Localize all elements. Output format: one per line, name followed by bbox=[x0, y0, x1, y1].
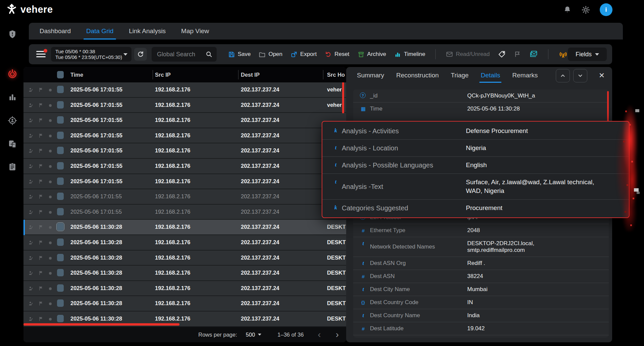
menu-hamburger-icon[interactable] bbox=[36, 51, 46, 58]
status-dot-icon[interactable] bbox=[49, 181, 52, 183]
table-row[interactable]: 2025-05-06 17:01:55 192.168.2.176 202.13… bbox=[23, 174, 346, 190]
settings-gear-icon[interactable] bbox=[581, 5, 590, 14]
table-row[interactable]: 2025-05-06 11:30:28 192.168.2.176 202.13… bbox=[23, 220, 346, 235]
sidebar-item-user-target[interactable] bbox=[0, 113, 24, 128]
assign-user-icon[interactable] bbox=[28, 118, 34, 123]
refresh-button[interactable] bbox=[134, 48, 147, 61]
flag-icon[interactable] bbox=[38, 194, 44, 199]
search-icon[interactable] bbox=[205, 51, 213, 58]
date-range-picker[interactable]: Tue 05/06 * 00:38 Tue 05/06 * 23:59(UTC+… bbox=[51, 47, 131, 62]
status-dot-icon[interactable] bbox=[49, 89, 52, 91]
horizontal-scrollbar[interactable] bbox=[23, 323, 179, 326]
status-dot-icon[interactable] bbox=[49, 104, 52, 107]
status-dot-icon[interactable] bbox=[49, 211, 52, 214]
status-dot-icon[interactable] bbox=[49, 241, 52, 244]
flag-icon[interactable] bbox=[38, 301, 44, 306]
column-header-src-host[interactable]: Src Ho bbox=[327, 67, 345, 82]
status-dot-icon[interactable] bbox=[49, 150, 52, 152]
status-dot-icon[interactable] bbox=[49, 196, 52, 198]
timeline-button[interactable]: Timeline bbox=[394, 51, 425, 58]
status-dot-icon[interactable] bbox=[49, 135, 52, 137]
assign-user-icon[interactable] bbox=[28, 316, 34, 322]
sidebar-item-statistics[interactable] bbox=[0, 89, 24, 105]
table-row[interactable]: 2025-05-06 17:01:55 192.168.2.176 202.13… bbox=[23, 159, 346, 174]
user-avatar[interactable]: i bbox=[600, 3, 612, 16]
sidebar-item-shield-alert[interactable] bbox=[0, 27, 24, 42]
nav-tab[interactable]: Map View bbox=[181, 23, 209, 40]
assign-user-icon[interactable] bbox=[28, 179, 34, 185]
previous-record-button[interactable] bbox=[556, 69, 570, 82]
nav-tab[interactable]: Dashboard bbox=[40, 23, 71, 40]
flag-icon[interactable] bbox=[38, 148, 44, 153]
flag-icon[interactable] bbox=[514, 51, 521, 58]
next-page-button[interactable]: › bbox=[336, 330, 339, 339]
status-dot-icon[interactable] bbox=[49, 165, 52, 168]
next-record-button[interactable] bbox=[573, 69, 587, 82]
row-checkbox[interactable] bbox=[57, 101, 64, 109]
table-row[interactable]: 2025-05-06 17:01:55 192.168.2.176 202.13… bbox=[23, 143, 346, 159]
table-row[interactable]: 2025-05-06 11:30:28 192.168.2.176 202.13… bbox=[23, 296, 346, 312]
flag-icon[interactable] bbox=[38, 102, 44, 108]
nav-tab[interactable]: Data Grid bbox=[86, 23, 113, 40]
sidebar-item-reports[interactable] bbox=[0, 159, 24, 175]
assign-user-icon[interactable] bbox=[28, 87, 34, 93]
flag-icon[interactable] bbox=[38, 87, 44, 92]
row-checkbox[interactable] bbox=[57, 116, 64, 124]
row-checkbox[interactable] bbox=[57, 147, 64, 154]
reset-button[interactable]: Reset bbox=[325, 51, 349, 58]
row-checkbox[interactable] bbox=[57, 193, 64, 200]
table-row[interactable]: 2025-05-06 17:01:55 192.168.2.176 202.13… bbox=[23, 128, 346, 144]
status-dot-icon[interactable] bbox=[49, 119, 52, 122]
assign-user-icon[interactable] bbox=[28, 102, 34, 108]
panel-tab[interactable]: Triage bbox=[451, 67, 469, 84]
panel-tab[interactable]: Details bbox=[481, 67, 500, 84]
table-row[interactable]: 2025-05-06 17:01:55 192.168.2.176 202.13… bbox=[23, 205, 346, 220]
assign-user-icon[interactable] bbox=[28, 286, 34, 291]
row-checkbox[interactable] bbox=[57, 208, 64, 215]
status-dot-icon[interactable] bbox=[49, 257, 52, 260]
flag-icon[interactable] bbox=[38, 240, 44, 245]
row-checkbox[interactable] bbox=[57, 162, 64, 169]
flag-icon[interactable] bbox=[38, 209, 44, 215]
broadcast-antenna-icon[interactable] bbox=[558, 50, 568, 59]
save-button[interactable]: Save bbox=[228, 51, 251, 58]
panel-tab[interactable]: Reconstruction bbox=[396, 67, 439, 84]
table-row[interactable]: 2025-05-06 11:30:28 192.168.2.176 202.13… bbox=[23, 281, 346, 296]
flag-icon[interactable] bbox=[38, 255, 44, 261]
flag-icon[interactable] bbox=[38, 270, 44, 276]
row-checkbox[interactable] bbox=[57, 269, 64, 276]
flag-icon[interactable] bbox=[38, 118, 44, 123]
table-row[interactable]: 2025-05-06 17:01:55 192.168.2.176 202.13… bbox=[23, 82, 346, 98]
table-row[interactable]: 2025-05-06 17:01:55 192.168.2.176 202.13… bbox=[23, 98, 346, 113]
row-checkbox[interactable] bbox=[57, 132, 64, 139]
column-header-src-ip[interactable]: Src IP bbox=[155, 67, 171, 82]
sidebar-item-sessions[interactable] bbox=[0, 136, 24, 152]
row-checkbox[interactable] bbox=[57, 178, 64, 185]
row-checkbox[interactable] bbox=[57, 238, 64, 246]
row-checkbox[interactable] bbox=[57, 254, 64, 261]
row-checkbox[interactable] bbox=[57, 223, 64, 230]
status-dot-icon[interactable] bbox=[49, 318, 52, 321]
export-button[interactable]: Export bbox=[290, 51, 317, 58]
open-button[interactable]: Open bbox=[259, 51, 282, 58]
rows-per-page-select[interactable]: 500 bbox=[246, 332, 262, 338]
panel-tab[interactable]: Summary bbox=[357, 67, 384, 84]
assign-user-icon[interactable] bbox=[28, 240, 34, 246]
table-row[interactable]: 2025-05-06 11:30:28 192.168.2.176 202.13… bbox=[23, 235, 346, 251]
assign-user-icon[interactable] bbox=[28, 194, 34, 200]
fields-dropdown-button[interactable]: Fields bbox=[568, 48, 607, 61]
flag-icon[interactable] bbox=[38, 286, 44, 291]
column-header-time[interactable]: Time bbox=[70, 67, 83, 82]
assign-user-icon[interactable] bbox=[28, 148, 34, 154]
archive-button[interactable]: Archive bbox=[358, 51, 386, 58]
table-row[interactable]: 2025-05-06 11:30:28 192.168.2.176 202.13… bbox=[23, 251, 346, 266]
sidebar-item-intrusion-alert[interactable] bbox=[0, 66, 24, 81]
notification-bell-icon[interactable] bbox=[563, 5, 572, 14]
table-row[interactable]: 2025-05-06 17:01:55 192.168.2.176 202.13… bbox=[23, 113, 346, 128]
flag-icon[interactable] bbox=[38, 179, 44, 184]
previous-page-button[interactable]: ‹ bbox=[318, 330, 321, 339]
close-panel-button[interactable]: × bbox=[595, 69, 608, 82]
assign-user-icon[interactable] bbox=[28, 224, 34, 230]
status-dot-icon[interactable] bbox=[49, 287, 52, 290]
column-header-dest-ip[interactable]: Dest IP bbox=[241, 67, 260, 82]
